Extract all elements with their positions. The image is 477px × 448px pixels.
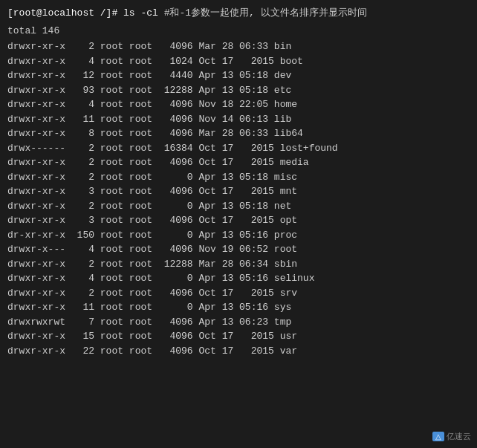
terminal-window: [root@localhost /]# ls -cl #和-1参数一起使用, 以… <box>0 0 477 448</box>
entries-container: drwxr-xr-x 2 root root 4096 Mar 28 06:33… <box>7 39 470 358</box>
list-item: drwxr-xr-x 11 root root 4096 Nov 14 06:1… <box>7 112 470 127</box>
watermark: △亿速云 <box>432 431 471 442</box>
total-line: total 146 <box>7 24 470 39</box>
list-item: drwxr-xr-x 15 root root 4096 Oct 17 2015… <box>7 329 470 344</box>
list-item: drwxr-xr-x 4 root root 1024 Oct 17 2015 … <box>7 54 470 69</box>
list-item: drwxrwxrwt 7 root root 4096 Apr 13 06:23… <box>7 315 470 330</box>
list-item: drwxr-xr-x 2 root root 0 Apr 13 05:18 mi… <box>7 170 470 185</box>
comment: #和-1参数一起使用, 以文件名排序并显示时间 <box>158 7 367 19</box>
list-item: drwxr-xr-x 3 root root 4096 Oct 17 2015 … <box>7 213 470 228</box>
list-item: drwxr-xr-x 12 root root 4440 Apr 13 05:1… <box>7 68 470 83</box>
list-item: drwx------ 2 root root 16384 Oct 17 2015… <box>7 141 470 156</box>
list-item: drwxr-xr-x 2 root root 4096 Oct 17 2015 … <box>7 286 470 301</box>
list-item: drwxr-xr-x 11 root root 0 Apr 13 05:16 s… <box>7 300 470 315</box>
watermark-label: 亿速云 <box>447 432 471 441</box>
list-item: drwxr-xr-x 2 root root 12288 Mar 28 06:3… <box>7 257 470 272</box>
list-item: drwxr-x--- 4 root root 4096 Nov 19 06:52… <box>7 242 470 257</box>
list-item: drwxr-xr-x 2 root root 4096 Mar 28 06:33… <box>7 39 470 54</box>
list-item: drwxr-xr-x 22 root root 4096 Oct 17 2015… <box>7 344 470 359</box>
watermark-icon: △ <box>432 432 444 441</box>
list-item: drwxr-xr-x 8 root root 4096 Mar 28 06:33… <box>7 126 470 141</box>
command: ls -cl <box>117 7 158 19</box>
list-item: drwxr-xr-x 4 root root 4096 Nov 18 22:05… <box>7 97 470 112</box>
list-item: drwxr-xr-x 2 root root 0 Apr 13 05:18 ne… <box>7 199 470 214</box>
list-item: drwxr-xr-x 3 root root 4096 Oct 17 2015 … <box>7 184 470 199</box>
list-item: dr-xr-xr-x 150 root root 0 Apr 13 05:16 … <box>7 228 470 243</box>
command-line: [root@localhost /]# ls -cl #和-1参数一起使用, 以… <box>7 6 470 21</box>
list-item: drwxr-xr-x 4 root root 0 Apr 13 05:16 se… <box>7 271 470 286</box>
list-item: drwxr-xr-x 2 root root 4096 Oct 17 2015 … <box>7 155 470 170</box>
prompt: [root@localhost /]# <box>7 7 117 19</box>
list-item: drwxr-xr-x 93 root root 12288 Apr 13 05:… <box>7 83 470 98</box>
